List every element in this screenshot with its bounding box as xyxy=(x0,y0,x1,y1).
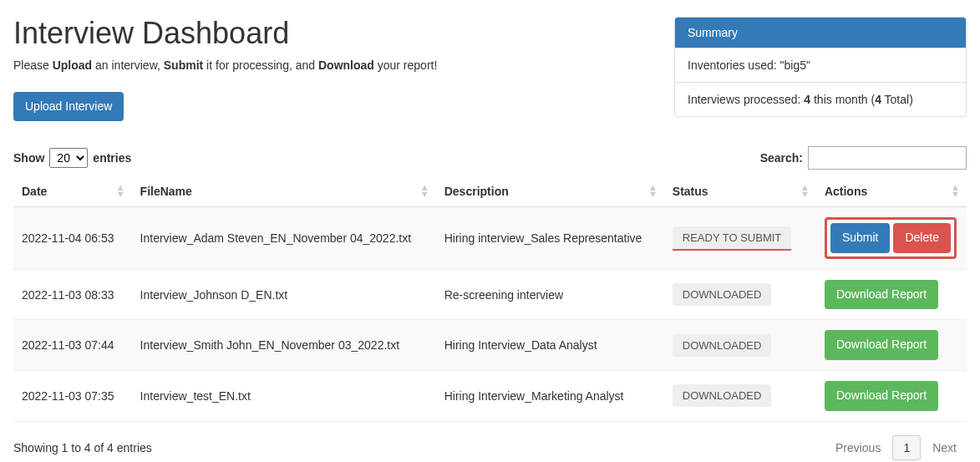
cell-description: Hiring Interview_Data Analyst xyxy=(436,320,664,371)
cell-description: Re-screening interview xyxy=(436,269,664,320)
sort-icon: ▲▼ xyxy=(951,185,960,198)
cell-status: DOWNLOADED xyxy=(664,370,816,421)
show-label: Show xyxy=(13,151,44,165)
submit-button[interactable]: Submit xyxy=(830,223,891,253)
table-row: 2022-11-03 08:33Interview_Johnson D_EN.t… xyxy=(13,269,967,320)
page-current[interactable]: 1 xyxy=(892,435,921,460)
cell-actions: Download Report xyxy=(816,269,967,320)
actions-highlight-box: SubmitDelete xyxy=(825,217,957,259)
cell-actions: SubmitDelete xyxy=(816,207,967,270)
showing-entries-text: Showing 1 to 4 of 4 entries xyxy=(13,441,152,454)
cell-date: 2022-11-04 06:53 xyxy=(13,207,132,270)
cell-filename: Interview_Smith John_EN_November 03_2022… xyxy=(132,320,436,371)
delete-button[interactable]: Delete xyxy=(893,223,950,253)
col-header-actions[interactable]: Actions▲▼ xyxy=(816,176,967,207)
search-input[interactable] xyxy=(808,146,967,170)
sort-icon: ▲▼ xyxy=(800,185,810,198)
status-badge: READY TO SUBMIT xyxy=(673,226,791,249)
upload-interview-button[interactable]: Upload Interview xyxy=(13,92,124,122)
cell-filename: Interview_Johnson D_EN.txt xyxy=(132,269,436,320)
col-header-description[interactable]: Description▲▼ xyxy=(436,176,664,207)
cell-status: DOWNLOADED xyxy=(664,320,816,371)
cell-date: 2022-11-03 07:35 xyxy=(13,370,132,421)
status-badge: DOWNLOADED xyxy=(673,384,772,407)
page-previous[interactable]: Previous xyxy=(825,436,891,459)
status-badge: DOWNLOADED xyxy=(673,334,772,357)
download-report-button[interactable]: Download Report xyxy=(825,381,938,411)
entries-label: entries xyxy=(93,151,131,165)
download-report-button[interactable]: Download Report xyxy=(825,330,938,360)
sort-icon: ▲▼ xyxy=(116,185,125,198)
col-header-status[interactable]: Status▲▼ xyxy=(664,176,816,207)
cell-filename: Interview_test_EN.txt xyxy=(132,370,436,421)
table-row: 2022-11-04 06:53Interview_Adam Steven_EN… xyxy=(13,207,967,270)
page-next[interactable]: Next xyxy=(922,436,967,459)
col-header-filename[interactable]: FileName▲▼ xyxy=(132,176,436,207)
status-badge: DOWNLOADED xyxy=(673,283,772,306)
cell-date: 2022-11-03 08:33 xyxy=(13,269,132,320)
sort-icon: ▲▼ xyxy=(420,185,429,198)
entries-select[interactable]: 20 xyxy=(49,148,88,168)
summary-interviews: Interviews processed: 4 this month (4 To… xyxy=(675,82,966,116)
sort-icon: ▲▼ xyxy=(648,185,658,198)
cell-actions: Download Report xyxy=(816,370,967,421)
interviews-table: Date▲▼ FileName▲▼ Description▲▼ Status▲▼… xyxy=(13,176,967,421)
page-subtitle: Please Upload an interview, Submit it fo… xyxy=(13,58,674,72)
cell-description: Hiring Interview_Marketing Analyst xyxy=(436,370,664,421)
pagination: Previous 1 Next xyxy=(825,435,967,460)
download-report-button[interactable]: Download Report xyxy=(825,280,938,310)
search-label: Search: xyxy=(760,151,803,165)
cell-actions: Download Report xyxy=(816,320,967,371)
page-title: Interview Dashboard xyxy=(13,17,674,50)
col-header-date[interactable]: Date▲▼ xyxy=(13,176,132,207)
table-row: 2022-11-03 07:44Interview_Smith John_EN_… xyxy=(13,320,967,371)
cell-filename: Interview_Adam Steven_EN_November 04_202… xyxy=(132,207,436,270)
cell-status: DOWNLOADED xyxy=(664,269,816,320)
summary-inventories: Inventories used: "big5" xyxy=(675,48,966,82)
cell-status: READY TO SUBMIT xyxy=(664,207,816,270)
summary-panel: Summary Inventories used: "big5" Intervi… xyxy=(674,17,967,117)
cell-date: 2022-11-03 07:44 xyxy=(13,320,132,371)
table-row: 2022-11-03 07:35Interview_test_EN.txtHir… xyxy=(13,370,967,421)
summary-header: Summary xyxy=(675,18,966,48)
cell-description: Hiring interview_Sales Representative xyxy=(436,207,664,270)
